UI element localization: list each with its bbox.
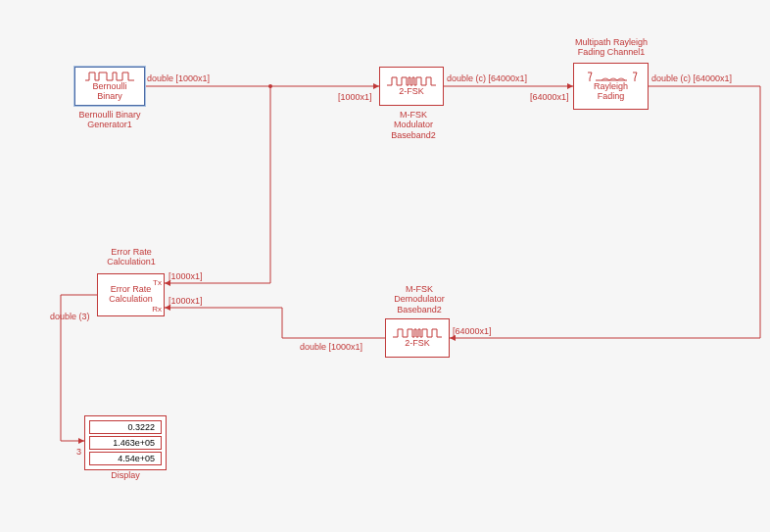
port-rx: Rx (152, 305, 162, 314)
display-value-3: 4.54e+05 (89, 452, 162, 465)
block-errorrate-label: Error Rate Calculation1 (105, 247, 158, 267)
signal-errorrate-tx: [1000x1] (168, 271, 203, 281)
block-bernoulli-label: Bernoulli Binary Generator1 (71, 110, 149, 130)
signal-modulator-in: [1000x1] (338, 92, 372, 102)
block-error-rate-calculation[interactable]: Error Rate Calculation Tx Rx (97, 273, 165, 316)
signal-display-in: 3 (76, 447, 81, 457)
svg-point-1 (268, 84, 272, 88)
block-display[interactable]: 0.3222 1.463e+05 4.54e+05 (84, 415, 167, 470)
display-value-1: 0.3222 (89, 420, 162, 434)
block-bernoulli-binary-generator[interactable]: Bernoulli Binary (74, 67, 145, 106)
block-mfsk-modulator[interactable]: 2-FSK (379, 67, 444, 106)
signal-modulator-out: double (c) [64000x1] (447, 73, 527, 83)
block-modulator-label: M-FSK Modulator Baseband2 (387, 110, 440, 140)
signal-errorrate-out: double (3) (50, 312, 90, 321)
signal-demodulator-out: double [1000x1] (300, 342, 362, 352)
signal-channel-in: [64000x1] (530, 92, 569, 102)
signal-channel-out: double (c) [64000x1] (651, 73, 732, 83)
block-channel-label: Multipath Rayleigh Fading Channel1 (570, 37, 652, 58)
block-mfsk-demodulator[interactable]: 2-FSK (385, 318, 450, 358)
simulink-canvas[interactable]: Bernoulli Binary Bernoulli Binary Genera… (0, 0, 770, 532)
block-demodulator-title: 2-FSK (405, 339, 430, 349)
block-modulator-title: 2-FSK (399, 87, 424, 97)
signal-errorrate-rx: [1000x1] (168, 296, 203, 306)
block-display-label: Display (110, 470, 141, 480)
block-channel-title-2: Fading (598, 92, 625, 102)
signal-bernoulli-out: double [1000x1] (147, 73, 210, 83)
block-rayleigh-channel[interactable]: Rayleigh Fading (573, 63, 649, 110)
block-demodulator-label: M-FSK Demodulator Baseband2 (390, 284, 449, 314)
port-tx: Tx (153, 278, 162, 287)
display-value-2: 1.463e+05 (89, 436, 162, 450)
block-errorrate-title-2: Calculation (109, 295, 153, 305)
block-bernoulli-title-2: Binary (97, 92, 122, 102)
signal-demodulator-in: [64000x1] (453, 326, 492, 336)
